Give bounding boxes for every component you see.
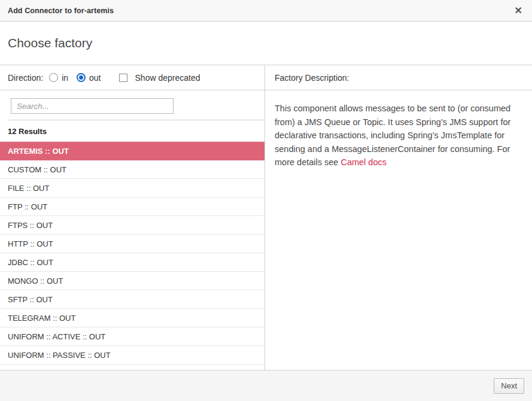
list-item[interactable]: MONGO :: OUT bbox=[0, 272, 265, 290]
dialog-content: Direction: in out Show deprecated 12 Res… bbox=[0, 65, 532, 370]
dialog-title-bar: Add Connector to for-artemis ✕ bbox=[0, 0, 532, 22]
list-item[interactable]: FTP :: OUT bbox=[0, 198, 265, 216]
direction-in-label[interactable]: in bbox=[62, 73, 68, 83]
list-item[interactable]: HTTP :: OUT bbox=[0, 235, 265, 253]
page-title: Choose factory bbox=[8, 36, 92, 50]
list-item[interactable]: FTPS :: OUT bbox=[0, 216, 265, 235]
factory-list: ARTEMIS :: OUT CUSTOM :: OUT FILE :: OUT… bbox=[0, 141, 265, 370]
show-deprecated-checkbox[interactable] bbox=[119, 74, 127, 82]
dialog-footer: Next bbox=[0, 370, 532, 401]
dialog-title: Add Connector to for-artemis bbox=[8, 7, 114, 15]
direction-out-radio[interactable] bbox=[77, 73, 86, 82]
list-item[interactable]: TELEGRAM :: OUT bbox=[0, 309, 265, 327]
list-item[interactable]: CUSTOM :: OUT bbox=[0, 160, 265, 179]
list-item[interactable]: ARTEMIS :: OUT bbox=[0, 142, 265, 160]
factory-description-text: This component allows messages to be sen… bbox=[265, 90, 532, 169]
direction-filter-row: Direction: in out Show deprecated bbox=[0, 65, 265, 90]
factory-list-panel: Direction: in out Show deprecated 12 Res… bbox=[0, 65, 265, 370]
show-deprecated-label[interactable]: Show deprecated bbox=[135, 73, 200, 83]
direction-in-radio[interactable] bbox=[49, 73, 58, 82]
direction-out-label[interactable]: out bbox=[89, 73, 101, 83]
list-item[interactable]: UNIFORM :: PASSIVE :: OUT bbox=[0, 346, 265, 364]
list-item[interactable]: JDBC :: OUT bbox=[0, 253, 265, 272]
search-section bbox=[0, 90, 265, 120]
direction-label: Direction: bbox=[8, 73, 43, 83]
add-connector-dialog: Add Connector to for-artemis ✕ Choose fa… bbox=[0, 0, 532, 401]
list-item[interactable]: SFTP :: OUT bbox=[0, 290, 265, 309]
next-button[interactable]: Next bbox=[494, 378, 524, 394]
factory-description-header: Factory Description: bbox=[265, 65, 532, 90]
search-input[interactable] bbox=[11, 98, 174, 114]
camel-docs-link[interactable]: Camel docs bbox=[341, 157, 387, 167]
description-text: This component allows messages to be sen… bbox=[275, 104, 510, 167]
dialog-heading-bar: Choose factory bbox=[0, 22, 532, 65]
factory-description-panel: Factory Description: This component allo… bbox=[265, 65, 532, 370]
results-count: 12 Results bbox=[0, 120, 265, 141]
close-icon[interactable]: ✕ bbox=[515, 6, 522, 16]
list-item[interactable]: FILE :: OUT bbox=[0, 179, 265, 198]
list-item[interactable]: UNIFORM :: ACTIVE :: OUT bbox=[0, 327, 265, 346]
